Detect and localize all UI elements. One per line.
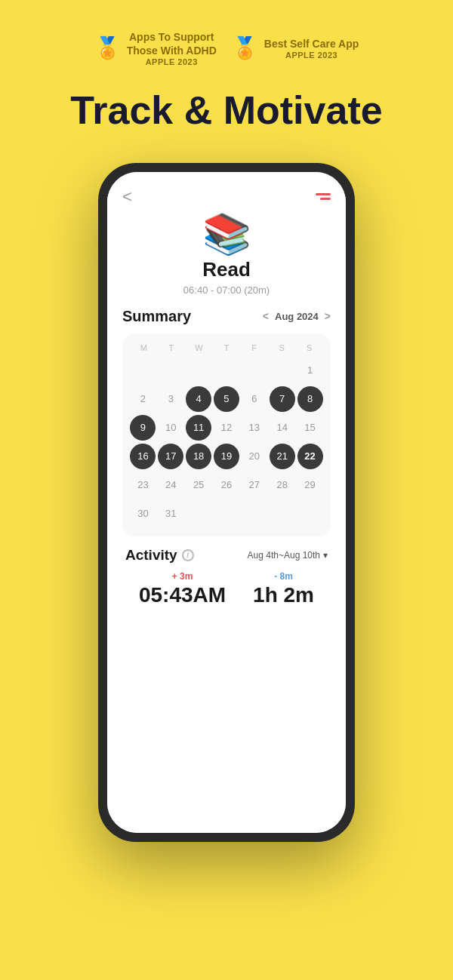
cal-cell-15[interactable]: 9	[130, 415, 156, 441]
cal-cell-20[interactable]: 14	[269, 414, 295, 441]
stat-value-duration: 1h 2m	[253, 583, 314, 607]
activity-date-range-text: Aug 4th~Aug 10th	[248, 550, 320, 561]
weekday-s1: S	[268, 343, 296, 352]
weekday-t1: T	[158, 343, 186, 352]
cal-cell-17[interactable]: 11	[186, 415, 211, 441]
activity-info-icon[interactable]: i	[182, 549, 194, 561]
phone-inner: < 📚 Read 06:40 - 07:00 (20m)	[107, 172, 346, 833]
cal-cell-14[interactable]: 8	[297, 386, 323, 412]
activity-title-row: Activity i	[125, 547, 194, 564]
cal-cell-21[interactable]: 15	[297, 414, 323, 441]
calendar-grid: 1234567891011121314151617181920212223242…	[130, 357, 323, 527]
award-adhd-title: Apps To SupportThose With ADHD	[127, 30, 217, 57]
cal-cell-9[interactable]: 3	[158, 386, 184, 413]
calendar: M T W T F S S 12345678910111213141516171…	[122, 334, 331, 536]
cal-cell-10[interactable]: 4	[186, 386, 211, 412]
calendar-header: M T W T F S S	[130, 343, 323, 352]
cal-cell-27[interactable]: 21	[270, 444, 295, 469]
habit-name: Read	[202, 258, 251, 281]
weekday-t2: T	[213, 343, 241, 352]
cal-cell-32[interactable]: 26	[214, 472, 240, 499]
award-adhd-text: Apps To SupportThose With ADHD APPLE 202…	[127, 30, 217, 66]
cal-cell-31[interactable]: 25	[186, 472, 212, 499]
award-adhd-subtitle: APPLE 2023	[127, 57, 217, 66]
cal-cell-12[interactable]: 6	[241, 386, 267, 413]
habit-icon: 📚	[202, 214, 251, 253]
month-nav: < Aug 2024 >	[263, 310, 331, 322]
screen-content: < 📚 Read 06:40 - 07:00 (20m)	[107, 172, 346, 833]
summary-header: Summary < Aug 2024 >	[122, 308, 331, 325]
cal-cell-13[interactable]: 7	[270, 386, 295, 412]
cal-cell-29[interactable]: 23	[130, 472, 156, 499]
awards-row: 🏅 Apps To SupportThose With ADHD APPLE 2…	[0, 30, 453, 66]
phone-mockup: < 📚 Read 06:40 - 07:00 (20m)	[98, 163, 355, 842]
edit-line-1	[316, 193, 331, 195]
cal-cell-37[interactable]: 31	[158, 500, 184, 527]
headline: Track & Motivate	[48, 89, 405, 132]
stats-row: + 3m 05:43AM - 8m 1h 2m	[125, 571, 328, 607]
laurel-left-adhd-icon: 🏅	[94, 38, 121, 59]
cal-cell-18[interactable]: 12	[214, 414, 240, 441]
cal-cell-42	[297, 500, 323, 527]
summary-title: Summary	[122, 308, 191, 325]
award-selfcare-subtitle: APPLE 2023	[264, 51, 359, 60]
activity-chevron-icon: ▾	[323, 550, 328, 561]
next-month-button[interactable]: >	[325, 310, 331, 322]
cal-cell-40	[241, 500, 267, 527]
cal-cell-23[interactable]: 17	[158, 444, 183, 469]
activity-title: Activity	[125, 547, 177, 564]
cal-cell-4	[214, 357, 240, 384]
cal-cell-7[interactable]: 1	[297, 357, 323, 384]
cal-cell-38	[186, 500, 212, 527]
weekday-s2: S	[295, 343, 323, 352]
weekday-w: W	[185, 343, 213, 352]
cal-cell-3	[186, 357, 212, 384]
screen-nav: <	[122, 187, 331, 207]
prev-month-button[interactable]: <	[263, 310, 269, 322]
phone-outer: < 📚 Read 06:40 - 07:00 (20m)	[98, 163, 355, 842]
cal-cell-25[interactable]: 19	[214, 444, 239, 469]
cal-cell-39	[214, 500, 240, 527]
activity-section: Activity i Aug 4th~Aug 10th ▾ + 3m	[122, 547, 331, 607]
cal-cell-6	[269, 357, 295, 384]
cal-cell-26[interactable]: 20	[241, 443, 267, 470]
cal-cell-22[interactable]: 16	[130, 444, 156, 469]
habit-time-sep: -	[211, 284, 217, 296]
activity-date-range[interactable]: Aug 4th~Aug 10th ▾	[248, 550, 328, 561]
stat-delta-time: + 3m	[172, 571, 193, 582]
cal-cell-35[interactable]: 29	[297, 472, 323, 499]
activity-header: Activity i Aug 4th~Aug 10th ▾	[125, 547, 328, 564]
cal-cell-41	[269, 500, 295, 527]
weekday-m: M	[130, 343, 158, 352]
cal-cell-8[interactable]: 2	[130, 386, 156, 413]
weekday-f: F	[240, 343, 268, 352]
award-selfcare-title: Best Self Care App	[264, 37, 359, 51]
cal-cell-16[interactable]: 10	[158, 414, 184, 441]
habit-time-start: 06:40	[183, 284, 208, 296]
page-wrapper: 🏅 Apps To SupportThose With ADHD APPLE 2…	[0, 0, 453, 980]
cal-cell-36[interactable]: 30	[130, 500, 156, 527]
current-month: Aug 2024	[275, 311, 319, 322]
cal-cell-1	[130, 357, 156, 384]
award-selfcare-text: Best Self Care App APPLE 2023	[264, 37, 359, 60]
laurel-left-selfcare-icon: 🏅	[232, 38, 258, 59]
cal-cell-2	[158, 357, 184, 384]
back-button[interactable]: <	[122, 187, 132, 207]
stat-item-duration: - 8m 1h 2m	[253, 571, 314, 607]
cal-cell-34[interactable]: 28	[269, 472, 295, 499]
cal-cell-19[interactable]: 13	[241, 414, 267, 441]
cal-cell-11[interactable]: 5	[214, 386, 239, 412]
cal-cell-5	[241, 357, 267, 384]
habit-time-end: 07:00	[217, 284, 242, 296]
edit-button[interactable]	[316, 193, 331, 200]
habit-time: 06:40 - 07:00 (20m)	[183, 284, 270, 296]
cal-cell-24[interactable]: 18	[186, 444, 211, 469]
award-selfcare: 🏅 Best Self Care App APPLE 2023	[232, 30, 359, 66]
award-adhd: 🏅 Apps To SupportThose With ADHD APPLE 2…	[94, 30, 217, 66]
stat-delta-duration: - 8m	[274, 571, 293, 582]
stat-value-time: 05:43AM	[139, 583, 226, 607]
cal-cell-28[interactable]: 22	[297, 444, 323, 469]
cal-cell-30[interactable]: 24	[158, 472, 184, 499]
cal-cell-33[interactable]: 27	[241, 472, 267, 499]
stat-item-time: + 3m 05:43AM	[139, 571, 226, 607]
